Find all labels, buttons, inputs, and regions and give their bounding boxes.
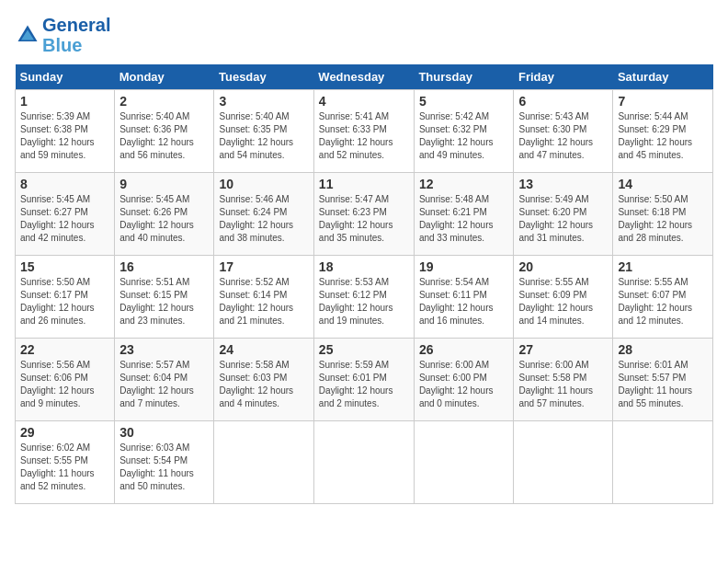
day-info: Sunrise: 5:59 AMSunset: 6:01 PMDaylight:… <box>319 359 409 410</box>
day-info: Sunrise: 5:55 AMSunset: 6:07 PMDaylight:… <box>618 276 708 327</box>
day-number: 3 <box>219 94 308 109</box>
day-cell <box>414 421 514 504</box>
day-cell: 14Sunrise: 5:50 AMSunset: 6:18 PMDayligh… <box>613 173 713 256</box>
day-cell <box>313 421 414 504</box>
day-header-wednesday: Wednesday <box>313 64 414 90</box>
week-row-1: 1Sunrise: 5:39 AMSunset: 6:38 PMDaylight… <box>16 90 713 173</box>
day-cell: 26Sunrise: 6:00 AMSunset: 6:00 PMDayligh… <box>414 339 514 421</box>
day-cell: 4Sunrise: 5:41 AMSunset: 6:33 PMDaylight… <box>313 90 414 173</box>
day-header-saturday: Saturday <box>613 64 713 90</box>
day-info: Sunrise: 5:53 AMSunset: 6:12 PMDaylight:… <box>319 276 409 327</box>
day-cell: 19Sunrise: 5:54 AMSunset: 6:11 PMDayligh… <box>414 256 514 339</box>
day-header-monday: Monday <box>115 64 214 90</box>
day-info: Sunrise: 5:46 AMSunset: 6:24 PMDaylight:… <box>219 193 308 245</box>
day-number: 25 <box>319 342 409 357</box>
day-info: Sunrise: 5:47 AMSunset: 6:23 PMDaylight:… <box>319 193 409 245</box>
header-row: SundayMondayTuesdayWednesdayThursdayFrid… <box>16 64 713 90</box>
day-number: 20 <box>518 259 608 274</box>
day-number: 29 <box>20 425 109 440</box>
day-info: Sunrise: 5:41 AMSunset: 6:33 PMDaylight:… <box>319 110 409 162</box>
day-number: 26 <box>419 342 509 357</box>
day-info: Sunrise: 5:51 AMSunset: 6:15 PMDaylight:… <box>119 276 209 327</box>
day-cell: 15Sunrise: 5:50 AMSunset: 6:17 PMDayligh… <box>16 256 115 339</box>
day-cell: 18Sunrise: 5:53 AMSunset: 6:12 PMDayligh… <box>313 256 414 339</box>
week-row-3: 15Sunrise: 5:50 AMSunset: 6:17 PMDayligh… <box>16 256 713 339</box>
day-cell: 25Sunrise: 5:59 AMSunset: 6:01 PMDayligh… <box>313 339 414 421</box>
day-number: 9 <box>119 177 209 191</box>
day-number: 30 <box>119 425 209 440</box>
day-number: 17 <box>219 259 308 274</box>
day-number: 12 <box>419 177 509 191</box>
day-info: Sunrise: 6:02 AMSunset: 5:55 PMDaylight:… <box>20 442 109 493</box>
day-number: 28 <box>618 342 708 357</box>
day-cell: 2Sunrise: 5:40 AMSunset: 6:36 PMDaylight… <box>115 90 214 173</box>
day-number: 19 <box>419 259 509 274</box>
day-info: Sunrise: 5:50 AMSunset: 6:18 PMDaylight:… <box>618 193 708 245</box>
day-number: 1 <box>20 94 109 109</box>
day-cell: 10Sunrise: 5:46 AMSunset: 6:24 PMDayligh… <box>214 173 313 256</box>
day-cell: 8Sunrise: 5:45 AMSunset: 6:27 PMDaylight… <box>16 173 115 256</box>
day-cell: 20Sunrise: 5:55 AMSunset: 6:09 PMDayligh… <box>514 256 613 339</box>
day-cell <box>613 421 713 504</box>
day-cell: 17Sunrise: 5:52 AMSunset: 6:14 PMDayligh… <box>214 256 313 339</box>
day-info: Sunrise: 5:49 AMSunset: 6:20 PMDaylight:… <box>518 193 608 245</box>
day-number: 23 <box>119 342 209 357</box>
day-number: 16 <box>119 259 209 274</box>
day-cell: 9Sunrise: 5:45 AMSunset: 6:26 PMDaylight… <box>115 173 214 256</box>
page-header: General Blue <box>15 15 713 55</box>
day-info: Sunrise: 5:50 AMSunset: 6:17 PMDaylight:… <box>20 276 109 327</box>
day-cell: 12Sunrise: 5:48 AMSunset: 6:21 PMDayligh… <box>414 173 514 256</box>
day-cell: 16Sunrise: 5:51 AMSunset: 6:15 PMDayligh… <box>115 256 214 339</box>
day-cell <box>214 421 313 504</box>
day-cell: 7Sunrise: 5:44 AMSunset: 6:29 PMDaylight… <box>613 90 713 173</box>
day-cell: 1Sunrise: 5:39 AMSunset: 6:38 PMDaylight… <box>16 90 115 173</box>
day-header-thursday: Thursday <box>414 64 514 90</box>
day-info: Sunrise: 5:44 AMSunset: 6:29 PMDaylight:… <box>618 110 708 162</box>
day-number: 18 <box>319 259 409 274</box>
logo-icon <box>15 22 40 48</box>
day-info: Sunrise: 5:39 AMSunset: 6:38 PMDaylight:… <box>20 110 109 162</box>
day-number: 2 <box>119 94 209 109</box>
day-info: Sunrise: 6:01 AMSunset: 5:57 PMDaylight:… <box>618 359 708 410</box>
day-info: Sunrise: 5:55 AMSunset: 6:09 PMDaylight:… <box>518 276 608 327</box>
logo: General Blue <box>15 15 110 55</box>
day-number: 10 <box>219 177 308 191</box>
day-header-tuesday: Tuesday <box>214 64 313 90</box>
day-cell: 27Sunrise: 6:00 AMSunset: 5:58 PMDayligh… <box>514 339 613 421</box>
day-number: 15 <box>20 259 109 274</box>
day-cell: 21Sunrise: 5:55 AMSunset: 6:07 PMDayligh… <box>613 256 713 339</box>
day-header-friday: Friday <box>514 64 613 90</box>
day-cell: 30Sunrise: 6:03 AMSunset: 5:54 PMDayligh… <box>115 421 214 504</box>
day-cell <box>514 421 613 504</box>
day-cell: 6Sunrise: 5:43 AMSunset: 6:30 PMDaylight… <box>514 90 613 173</box>
day-number: 7 <box>618 94 708 109</box>
day-info: Sunrise: 5:52 AMSunset: 6:14 PMDaylight:… <box>219 276 308 327</box>
day-cell: 13Sunrise: 5:49 AMSunset: 6:20 PMDayligh… <box>514 173 613 256</box>
day-cell: 29Sunrise: 6:02 AMSunset: 5:55 PMDayligh… <box>16 421 115 504</box>
day-number: 27 <box>518 342 608 357</box>
day-cell: 28Sunrise: 6:01 AMSunset: 5:57 PMDayligh… <box>613 339 713 421</box>
day-cell: 5Sunrise: 5:42 AMSunset: 6:32 PMDaylight… <box>414 90 514 173</box>
day-info: Sunrise: 5:43 AMSunset: 6:30 PMDaylight:… <box>518 110 608 162</box>
day-info: Sunrise: 6:03 AMSunset: 5:54 PMDaylight:… <box>119 442 209 493</box>
calendar-table: SundayMondayTuesdayWednesdayThursdayFrid… <box>15 64 713 504</box>
week-row-5: 29Sunrise: 6:02 AMSunset: 5:55 PMDayligh… <box>16 421 713 504</box>
week-row-4: 22Sunrise: 5:56 AMSunset: 6:06 PMDayligh… <box>16 339 713 421</box>
day-info: Sunrise: 5:58 AMSunset: 6:03 PMDaylight:… <box>219 359 308 410</box>
day-cell: 3Sunrise: 5:40 AMSunset: 6:35 PMDaylight… <box>214 90 313 173</box>
day-info: Sunrise: 5:45 AMSunset: 6:26 PMDaylight:… <box>119 193 209 245</box>
day-info: Sunrise: 6:00 AMSunset: 5:58 PMDaylight:… <box>518 359 608 410</box>
day-info: Sunrise: 5:48 AMSunset: 6:21 PMDaylight:… <box>419 193 509 245</box>
day-cell: 22Sunrise: 5:56 AMSunset: 6:06 PMDayligh… <box>16 339 115 421</box>
day-info: Sunrise: 5:57 AMSunset: 6:04 PMDaylight:… <box>119 359 209 410</box>
day-cell: 23Sunrise: 5:57 AMSunset: 6:04 PMDayligh… <box>115 339 214 421</box>
day-number: 8 <box>20 177 109 191</box>
day-number: 5 <box>419 94 509 109</box>
day-info: Sunrise: 5:45 AMSunset: 6:27 PMDaylight:… <box>20 193 109 245</box>
day-number: 14 <box>618 177 708 191</box>
day-info: Sunrise: 5:56 AMSunset: 6:06 PMDaylight:… <box>20 359 109 410</box>
day-info: Sunrise: 5:42 AMSunset: 6:32 PMDaylight:… <box>419 110 509 162</box>
day-number: 22 <box>20 342 109 357</box>
day-number: 24 <box>219 342 308 357</box>
logo-text: General Blue <box>42 15 110 55</box>
